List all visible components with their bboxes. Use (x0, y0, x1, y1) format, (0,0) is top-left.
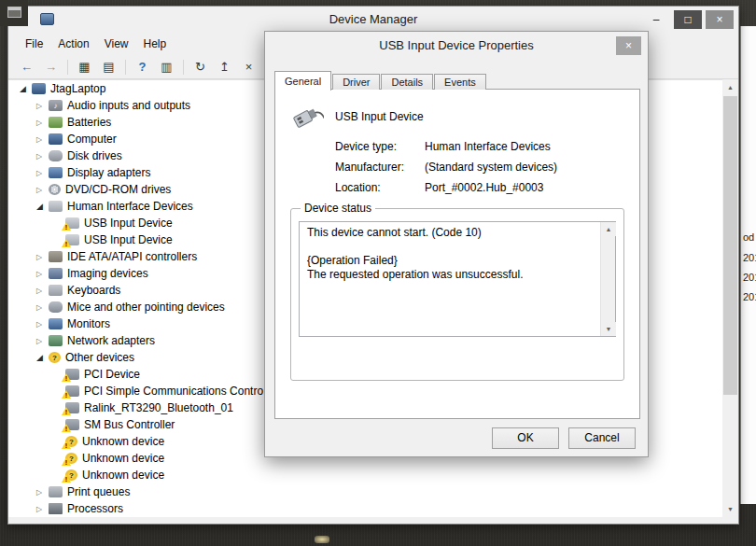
background-window-icon (7, 7, 21, 18)
scan-hardware-changes-icon[interactable]: ↻ (189, 57, 211, 77)
scroll-thumb[interactable] (723, 96, 737, 395)
expand-icon[interactable]: ▷ (36, 320, 49, 329)
expand-icon[interactable]: ▷ (36, 303, 49, 312)
status-scrollbar[interactable]: ▲ ▼ (600, 222, 615, 336)
expand-icon[interactable]: ▷ (36, 152, 49, 161)
expand-icon[interactable]: ▷ (36, 488, 49, 497)
network-icon (49, 335, 63, 346)
status-line: The requested operation was unsuccessful… (307, 268, 592, 282)
update-driver-icon[interactable]: ↥ (214, 57, 235, 77)
minimize-button[interactable]: – (642, 10, 670, 29)
menu-action[interactable]: Action (50, 33, 96, 55)
expand-icon[interactable]: ▷ (36, 169, 49, 177)
scroll-up-icon[interactable]: ▲ (722, 79, 738, 95)
properties-icon[interactable]: ▤ (98, 57, 119, 77)
expand-icon[interactable]: ▷ (36, 287, 49, 295)
usb-icon: ! (65, 234, 79, 245)
field-label: Location: (335, 181, 425, 194)
menu-view[interactable]: View (97, 33, 136, 55)
generic-icon: ! (65, 385, 79, 397)
tree-item-label: Disk drives (67, 149, 122, 162)
expand-icon[interactable]: ▷ (36, 119, 49, 127)
tree-item-label: Ralink_RT3290_Bluetooth_01 (84, 401, 233, 414)
tree-item-label: PCI Device (84, 368, 140, 381)
expand-icon[interactable]: ▷ (36, 135, 49, 144)
export-list-icon[interactable]: ▥ (156, 57, 177, 77)
expand-icon[interactable]: ▷ (36, 186, 49, 194)
maximize-button[interactable]: □ (674, 10, 702, 29)
menu-file[interactable]: File (18, 33, 50, 55)
warning-badge-icon: ! (62, 424, 71, 432)
field-label: Device type: (335, 140, 425, 153)
scroll-down-icon[interactable]: ▼ (722, 501, 738, 517)
collapse-icon[interactable]: ◢ (36, 202, 49, 211)
tree-item-label: Print queues (67, 485, 130, 498)
tree-item-label: SM Bus Controller (84, 418, 175, 431)
desktop-corner (0, 0, 28, 26)
back-icon[interactable]: ← (16, 57, 37, 77)
dialog-title: USB Input Device Properties (265, 38, 648, 52)
device-name: USB Input Device (335, 110, 424, 123)
usb-device-icon (290, 101, 324, 133)
disk-icon (49, 150, 63, 161)
tab-details[interactable]: Details (381, 74, 433, 90)
tree-item-label: PCI Simple Communications Contro (84, 385, 263, 398)
tab-general[interactable]: General (274, 71, 331, 91)
general-tab-page: USB Input Device Device type:Human Inter… (274, 89, 640, 419)
ide-icon (49, 251, 63, 262)
tree-item-label: Display adapters (67, 166, 150, 179)
ok-button[interactable]: OK (492, 427, 559, 449)
expand-icon[interactable]: ▷ (36, 337, 49, 345)
warning-badge-icon: ! (62, 441, 71, 449)
tree-item-label: USB Input Device (84, 233, 173, 246)
tree-item-label: Human Interface Devices (67, 200, 193, 213)
expand-icon[interactable]: ▷ (36, 505, 49, 513)
tree-scrollbar[interactable]: ▲ ▼ (722, 79, 738, 517)
menu-help[interactable]: Help (136, 33, 175, 55)
tree-item-label: Monitors (67, 317, 110, 330)
background-text-fragment: 201 (743, 291, 756, 302)
expand-icon[interactable]: ▷ (36, 253, 49, 261)
unknown-icon: ?! (65, 469, 77, 481)
toolbar-separator (125, 60, 126, 75)
close-button[interactable]: × (706, 10, 734, 29)
status-line: This device cannot start. (Code 10) (307, 226, 592, 240)
tree-item[interactable]: ▷Processors (8, 500, 722, 517)
uninstall-device-icon[interactable]: × (238, 57, 259, 77)
tree-item[interactable]: ▷Print queues (8, 483, 722, 500)
tree-item-label: Unknown device (82, 452, 164, 465)
computer-icon (32, 83, 46, 94)
display-icon (49, 167, 63, 178)
tree-item-label: Imaging devices (67, 267, 148, 280)
device-status-box[interactable]: This device cannot start. (Code 10){Oper… (299, 221, 616, 337)
computer-icon (49, 133, 63, 145)
title-bar[interactable]: Device Manager – □ × (8, 7, 738, 33)
dialog-close-button[interactable]: × (616, 36, 641, 55)
status-scroll-down-icon[interactable]: ▼ (601, 322, 616, 336)
status-scroll-up-icon[interactable]: ▲ (601, 222, 616, 236)
field-value: Port_#0002.Hub_#0003 (425, 181, 557, 194)
help-icon[interactable]: ? (132, 57, 153, 77)
cancel-button[interactable]: Cancel (568, 427, 636, 449)
collapse-icon[interactable]: ◢ (20, 84, 32, 93)
tab-driver[interactable]: Driver (332, 74, 380, 90)
tree-item[interactable]: ?!Unknown device (8, 467, 722, 483)
status-line (307, 240, 592, 254)
processor-icon (49, 503, 63, 514)
usb-properties-dialog: USB Input Device Properties × GeneralDri… (264, 31, 649, 457)
mouse-icon (49, 301, 63, 313)
expand-icon[interactable]: ▷ (36, 270, 49, 278)
toolbar-separator (67, 60, 68, 75)
window-title: Device Manager (8, 12, 738, 26)
device-status-text: This device cannot start. (Code 10){Oper… (300, 222, 599, 336)
show-console-tree-icon[interactable]: ▦ (74, 57, 95, 77)
expand-icon[interactable]: ▷ (36, 102, 49, 110)
tree-item-label: Keyboards (67, 284, 120, 297)
background-text-fragment: 201 (743, 272, 756, 283)
device-fields: Device type:Human Interface DevicesManuf… (335, 140, 557, 194)
field-value: (Standard system devices) (425, 161, 557, 174)
collapse-icon[interactable]: ◢ (36, 353, 49, 362)
tab-events[interactable]: Events (434, 74, 486, 90)
forward-icon[interactable]: → (40, 57, 62, 77)
device-status-group: Device status This device cannot start. … (290, 208, 624, 381)
